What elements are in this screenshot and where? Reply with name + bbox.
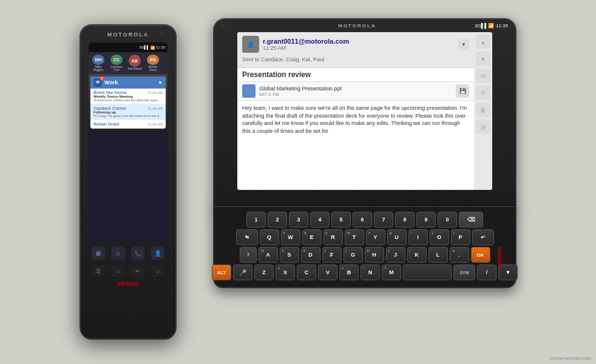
email-badge: 6 [100, 76, 104, 81]
email-item-3[interactable]: Rohan Grant 11:25 AM [90, 120, 166, 129]
sent-to-line: Sent to Candace, Craig, Kat, Paul [242, 55, 469, 64]
apps-btn[interactable]: ⊞ [476, 120, 490, 134]
key-s[interactable]: £S [280, 247, 299, 263]
key-0[interactable]: 0 [438, 212, 457, 228]
key-enter[interactable]: ↵ [472, 229, 494, 245]
key-2[interactable]: 2 [268, 212, 287, 228]
key-g[interactable]: |G [344, 247, 363, 263]
key-m[interactable]: ?M [382, 265, 401, 280]
menu-btn[interactable]: ☰ [92, 266, 105, 277]
key-slash[interactable]: / [477, 265, 496, 280]
email-item-2[interactable]: Candace Corner 11:29 AM Following up Hi … [90, 104, 166, 120]
key-o[interactable]: (O [430, 229, 449, 245]
key-space[interactable] [403, 265, 452, 280]
avatar-kat: KB [129, 55, 141, 67]
avatar-candace: CC [110, 55, 123, 65]
email-header: 👤 r.grant0011@motorola.com 11:25 AM ▼ Se… [237, 32, 474, 68]
phone-open-body: MOTOROLA 3G▌▌📶 11:35 👤 r.grant0011@motor… [213, 18, 516, 212]
key-7[interactable]: 7 [374, 212, 393, 228]
key-p[interactable]: )P [451, 229, 470, 245]
key-3[interactable]: 3 [289, 212, 308, 228]
key-6[interactable]: 6 [353, 212, 372, 228]
avatar-mike: MH [92, 55, 104, 65]
key-r[interactable]: £R [323, 229, 343, 245]
key-w[interactable]: #W [281, 229, 300, 245]
label-mike: Mike Higgins [90, 66, 107, 72]
key-z[interactable]: ↑Z [254, 265, 274, 280]
key-dot[interactable]: ▲. [450, 247, 469, 263]
email-item-1[interactable]: Brent Van Horne 11:32 AM Weekly Status M… [90, 89, 166, 104]
key-delete[interactable]: ⌫ [459, 212, 483, 228]
key-a[interactable]: @A [259, 247, 278, 263]
contact-kat[interactable]: KB Kat Bleser [126, 55, 143, 72]
work-dropdown-icon[interactable]: ▼ [158, 80, 163, 86]
key-l[interactable]: :L [428, 247, 448, 263]
phone-open-top: MOTOROLA 3G▌▌📶 11:35 [214, 19, 515, 32]
screen-closed: 3G▌▌ 📶 11:35 MH Mike Higgins CC Candace … [89, 42, 168, 243]
email-subject-main: Presentation review [242, 70, 469, 79]
key-row-numbers: 1 2 3 4 5 6 7 8 9 0 ⌫ [218, 212, 512, 228]
key-tab[interactable]: ↹ [236, 229, 258, 245]
back-btn[interactable]: ↩ [131, 266, 144, 277]
contact-rohan[interactable]: RG Rohan Grant [144, 55, 161, 72]
email-time-3: 11:25 AM [147, 123, 163, 126]
home-btn[interactable]: ⌂ [112, 266, 125, 277]
key-j[interactable]: }J [386, 247, 405, 263]
home-icon[interactable]: ⌂ [112, 246, 125, 260]
forward-btn[interactable]: ⟳ [476, 86, 490, 100]
contacts-row: MH Mike Higgins CC Candace Corr KB Kat B… [89, 52, 168, 74]
key-sym[interactable]: SYM [453, 265, 475, 280]
contact-mike[interactable]: MH Mike Higgins [90, 55, 107, 72]
key-i[interactable]: *I [408, 229, 428, 245]
email-preview-1: Hi Everyone, Please see the attached age… [93, 98, 163, 102]
key-f[interactable]: {F [322, 247, 342, 263]
sender-name-3: Rohan Grant [93, 122, 119, 126]
from-details: r.grant0011@motorola.com 11:25 AM [263, 38, 455, 51]
key-q[interactable]: ~Q [260, 229, 279, 245]
attachment-name: Global Marketing Presentation.ppt [259, 86, 452, 92]
apps-icon[interactable]: ⊞ [92, 246, 105, 260]
verizon-label-1: verizon [117, 280, 138, 287]
label-rohan: Rohan Grant [144, 66, 161, 72]
key-h[interactable]: HH [365, 247, 384, 263]
motorola-logo-1: MOTOROLA [107, 32, 149, 38]
key-9[interactable]: 9 [416, 212, 436, 228]
key-alt[interactable]: ALT [212, 265, 231, 280]
key-5[interactable]: 5 [331, 212, 351, 228]
key-e[interactable]: $E [302, 229, 322, 245]
reply-btn[interactable]: ✉ [476, 69, 490, 83]
key-y[interactable]: =Y [366, 229, 385, 245]
key-ok[interactable]: OK [471, 247, 490, 263]
attachment-bar: 📎 Global Marketing Presentation.ppt 887.… [237, 82, 474, 101]
attachment-icon: 📎 [242, 84, 256, 98]
header-dropdown[interactable]: ▼ [458, 39, 469, 50]
key-b[interactable]: >B [339, 265, 359, 280]
motorola-logo-2: MOTOROLA [338, 23, 376, 29]
scroll-up-btn[interactable]: ▲ [476, 35, 490, 49]
key-mic[interactable]: 🎤 [233, 265, 252, 280]
contact-candace[interactable]: CC Candace Corr [108, 55, 125, 72]
phone-icon[interactable]: 📞 [131, 246, 144, 260]
key-1[interactable]: 1 [246, 212, 266, 228]
key-8[interactable]: 8 [395, 212, 415, 228]
key-k[interactable]: ;K [407, 247, 427, 263]
key-row-qwerty: ↹ ~Q #W $E £R %T =Y &U *I (O )P ↵ [218, 229, 512, 245]
key-4[interactable]: 4 [310, 212, 330, 228]
key-d[interactable]: ¥D [301, 247, 320, 263]
key-v[interactable]: V [318, 265, 337, 280]
key-x[interactable]: <X [276, 265, 295, 280]
label-candace: Candace Corr [108, 66, 125, 72]
key-u[interactable]: &U [387, 229, 407, 245]
scroll-down-btn[interactable]: ▼ [476, 52, 490, 66]
contacts-icon[interactable]: 👤 [151, 246, 164, 260]
key-n[interactable]: "N [361, 265, 380, 280]
status-bar-2: 3G▌▌📶 11:35 [475, 23, 508, 29]
key-c[interactable]: C [297, 265, 316, 280]
work-icon: ✉ 6 [93, 78, 102, 87]
save-attachment-btn[interactable]: 💾 [456, 84, 469, 98]
key-row-asdf: ⇪ @A £S ¥D {F |G HH }J ;K :L ▲. OK [218, 247, 512, 263]
key-t[interactable]: %T [345, 229, 364, 245]
key-caps[interactable]: ⇪ [240, 247, 257, 263]
delete-btn[interactable]: 🗑 [476, 103, 490, 117]
search-btn[interactable]: ⌕ [151, 266, 164, 277]
